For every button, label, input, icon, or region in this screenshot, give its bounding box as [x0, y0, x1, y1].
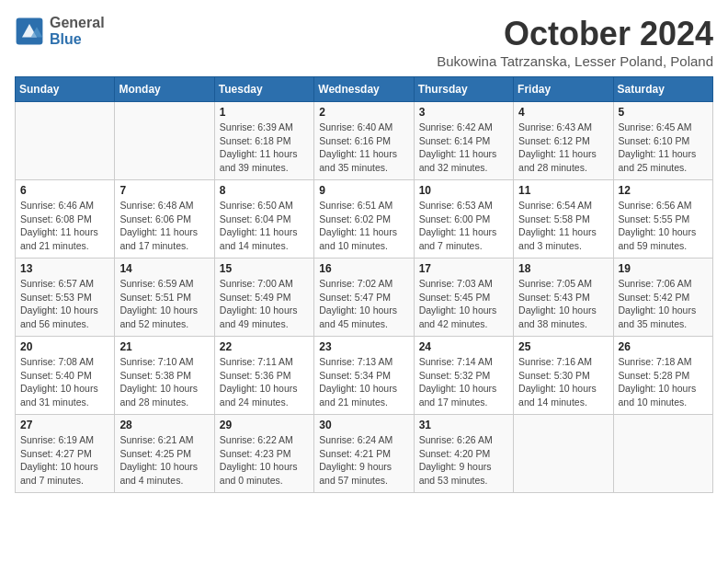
day-cell: 20Sunrise: 7:08 AM Sunset: 5:40 PM Dayli…	[16, 337, 115, 415]
day-cell: 17Sunrise: 7:03 AM Sunset: 5:45 PM Dayli…	[414, 259, 513, 337]
day-info: Sunrise: 7:08 AM Sunset: 5:40 PM Dayligh…	[20, 355, 109, 409]
week-row-2: 6Sunrise: 6:46 AM Sunset: 6:08 PM Daylig…	[16, 180, 713, 259]
day-number: 9	[319, 184, 408, 197]
day-number: 25	[518, 340, 608, 353]
day-info: Sunrise: 6:43 AM Sunset: 6:12 PM Dayligh…	[518, 121, 608, 175]
day-cell	[16, 102, 115, 180]
day-number: 13	[20, 262, 109, 275]
day-cell: 10Sunrise: 6:53 AM Sunset: 6:00 PM Dayli…	[414, 180, 513, 259]
day-info: Sunrise: 6:22 AM Sunset: 4:23 PM Dayligh…	[220, 433, 309, 488]
day-number: 30	[319, 419, 408, 431]
day-cell: 4Sunrise: 6:43 AM Sunset: 6:12 PM Daylig…	[514, 102, 613, 180]
header-cell-thursday: Thursday	[414, 77, 513, 102]
day-info: Sunrise: 7:10 AM Sunset: 5:38 PM Dayligh…	[119, 355, 209, 409]
calendar-table: SundayMondayTuesdayWednesdayThursdayFrid…	[15, 76, 713, 493]
day-number: 7	[119, 184, 209, 197]
day-info: Sunrise: 6:57 AM Sunset: 5:53 PM Dayligh…	[20, 277, 109, 331]
day-info: Sunrise: 6:45 AM Sunset: 6:10 PM Dayligh…	[619, 121, 708, 175]
day-number: 15	[220, 262, 309, 275]
day-info: Sunrise: 7:02 AM Sunset: 5:47 PM Dayligh…	[319, 277, 408, 331]
day-cell: 19Sunrise: 7:06 AM Sunset: 5:42 PM Dayli…	[613, 259, 712, 337]
day-info: Sunrise: 6:56 AM Sunset: 5:55 PM Dayligh…	[619, 199, 708, 253]
day-info: Sunrise: 6:19 AM Sunset: 4:27 PM Dayligh…	[20, 433, 109, 488]
day-cell: 23Sunrise: 7:13 AM Sunset: 5:34 PM Dayli…	[314, 337, 414, 415]
day-number: 11	[518, 184, 608, 197]
day-cell	[514, 415, 613, 493]
day-cell: 8Sunrise: 6:50 AM Sunset: 6:04 PM Daylig…	[214, 180, 313, 259]
day-cell: 25Sunrise: 7:16 AM Sunset: 5:30 PM Dayli…	[514, 337, 613, 415]
day-number: 2	[319, 106, 408, 119]
header-cell-saturday: Saturday	[613, 77, 712, 102]
day-number: 18	[518, 262, 608, 275]
day-number: 28	[119, 419, 209, 431]
day-info: Sunrise: 6:42 AM Sunset: 6:14 PM Dayligh…	[419, 121, 508, 175]
logo-text: General Blue	[50, 15, 105, 47]
week-row-5: 27Sunrise: 6:19 AM Sunset: 4:27 PM Dayli…	[16, 415, 713, 493]
logo-blue: Blue	[50, 31, 105, 48]
day-number: 6	[20, 184, 109, 197]
day-info: Sunrise: 6:50 AM Sunset: 6:04 PM Dayligh…	[220, 199, 309, 253]
day-info: Sunrise: 6:26 AM Sunset: 4:20 PM Dayligh…	[419, 433, 508, 488]
logo: General Blue	[15, 15, 105, 47]
day-number: 19	[619, 262, 708, 275]
day-number: 4	[518, 106, 608, 119]
calendar-body: 1Sunrise: 6:39 AM Sunset: 6:18 PM Daylig…	[16, 102, 713, 493]
day-number: 14	[119, 262, 209, 275]
day-info: Sunrise: 7:03 AM Sunset: 5:45 PM Dayligh…	[419, 277, 508, 331]
day-cell: 29Sunrise: 6:22 AM Sunset: 4:23 PM Dayli…	[214, 415, 313, 493]
header-cell-friday: Friday	[514, 77, 613, 102]
day-cell: 16Sunrise: 7:02 AM Sunset: 5:47 PM Dayli…	[314, 259, 414, 337]
day-cell: 14Sunrise: 6:59 AM Sunset: 5:51 PM Dayli…	[115, 259, 214, 337]
header-cell-sunday: Sunday	[16, 77, 115, 102]
day-number: 23	[319, 340, 408, 353]
day-cell: 24Sunrise: 7:14 AM Sunset: 5:32 PM Dayli…	[414, 337, 513, 415]
day-cell: 31Sunrise: 6:26 AM Sunset: 4:20 PM Dayli…	[414, 415, 513, 493]
week-row-4: 20Sunrise: 7:08 AM Sunset: 5:40 PM Dayli…	[16, 337, 713, 415]
day-info: Sunrise: 7:05 AM Sunset: 5:43 PM Dayligh…	[518, 277, 608, 331]
day-number: 10	[419, 184, 508, 197]
day-cell	[115, 102, 214, 180]
day-cell: 15Sunrise: 7:00 AM Sunset: 5:49 PM Dayli…	[214, 259, 313, 337]
day-cell: 2Sunrise: 6:40 AM Sunset: 6:16 PM Daylig…	[314, 102, 414, 180]
day-cell: 9Sunrise: 6:51 AM Sunset: 6:02 PM Daylig…	[314, 180, 414, 259]
day-info: Sunrise: 7:18 AM Sunset: 5:28 PM Dayligh…	[619, 355, 708, 409]
calendar-title: October 2024	[437, 15, 713, 53]
day-number: 17	[419, 262, 508, 275]
page-header: General Blue October 2024 Bukowina Tatrz…	[15, 15, 713, 69]
day-number: 24	[419, 340, 508, 353]
day-number: 12	[619, 184, 708, 197]
day-info: Sunrise: 6:51 AM Sunset: 6:02 PM Dayligh…	[319, 199, 408, 253]
day-info: Sunrise: 6:40 AM Sunset: 6:16 PM Dayligh…	[319, 121, 408, 175]
day-number: 20	[20, 340, 109, 353]
day-info: Sunrise: 6:53 AM Sunset: 6:00 PM Dayligh…	[419, 199, 508, 253]
day-number: 8	[220, 184, 309, 197]
day-cell: 30Sunrise: 6:24 AM Sunset: 4:21 PM Dayli…	[314, 415, 414, 493]
logo-icon	[15, 17, 44, 46]
day-number: 26	[619, 340, 708, 353]
header-cell-tuesday: Tuesday	[214, 77, 313, 102]
day-number: 5	[619, 106, 708, 119]
header-cell-wednesday: Wednesday	[314, 77, 414, 102]
week-row-1: 1Sunrise: 6:39 AM Sunset: 6:18 PM Daylig…	[16, 102, 713, 180]
day-info: Sunrise: 7:00 AM Sunset: 5:49 PM Dayligh…	[220, 277, 309, 331]
day-cell: 5Sunrise: 6:45 AM Sunset: 6:10 PM Daylig…	[613, 102, 712, 180]
title-block: October 2024 Bukowina Tatrzanska, Lesser…	[437, 15, 713, 69]
day-info: Sunrise: 6:48 AM Sunset: 6:06 PM Dayligh…	[119, 199, 209, 253]
day-cell: 22Sunrise: 7:11 AM Sunset: 5:36 PM Dayli…	[214, 337, 313, 415]
day-number: 22	[220, 340, 309, 353]
day-cell: 18Sunrise: 7:05 AM Sunset: 5:43 PM Dayli…	[514, 259, 613, 337]
day-info: Sunrise: 7:14 AM Sunset: 5:32 PM Dayligh…	[419, 355, 508, 409]
day-info: Sunrise: 7:16 AM Sunset: 5:30 PM Dayligh…	[518, 355, 608, 409]
day-cell: 6Sunrise: 6:46 AM Sunset: 6:08 PM Daylig…	[16, 180, 115, 259]
day-info: Sunrise: 6:24 AM Sunset: 4:21 PM Dayligh…	[319, 433, 408, 488]
day-number: 27	[20, 419, 109, 431]
calendar-subtitle: Bukowina Tatrzanska, Lesser Poland, Pola…	[437, 53, 713, 69]
day-cell: 27Sunrise: 6:19 AM Sunset: 4:27 PM Dayli…	[16, 415, 115, 493]
day-cell: 26Sunrise: 7:18 AM Sunset: 5:28 PM Dayli…	[613, 337, 712, 415]
day-number: 21	[119, 340, 209, 353]
day-info: Sunrise: 7:11 AM Sunset: 5:36 PM Dayligh…	[220, 355, 309, 409]
header-cell-monday: Monday	[115, 77, 214, 102]
day-number: 3	[419, 106, 508, 119]
day-number: 1	[220, 106, 309, 119]
day-number: 29	[220, 419, 309, 431]
